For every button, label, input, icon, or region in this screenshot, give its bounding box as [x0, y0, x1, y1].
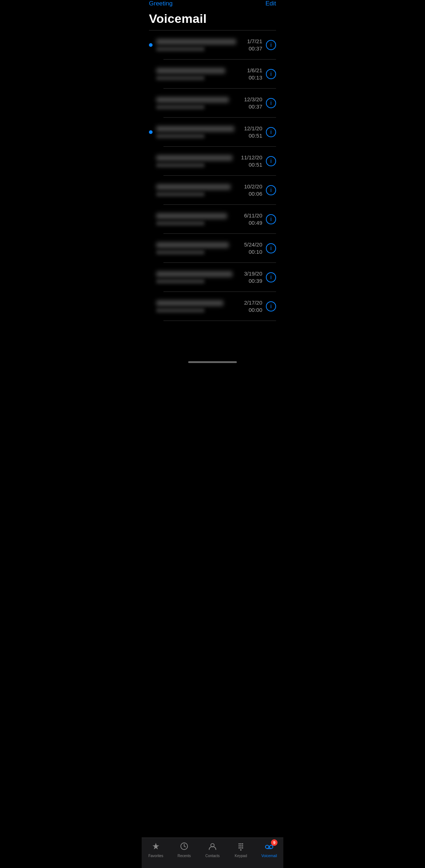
voicemail-item[interactable]: 12/1/2000:51i	[142, 118, 283, 147]
voicemail-date: 1/6/21	[247, 67, 262, 74]
voicemail-duration: 00:37	[248, 103, 262, 110]
contact-name-block	[156, 155, 237, 167]
voicemail-item[interactable]: 5/24/2000:10i	[142, 234, 283, 263]
voicemail-meta: 2/17/2000:00	[237, 299, 262, 313]
contact-name-block	[156, 242, 237, 254]
contact-name	[156, 242, 229, 248]
voicemail-list: 1/7/2100:37i1/6/2100:13i12/3/2000:37i12/…	[142, 30, 283, 321]
voicemail-date: 12/3/20	[244, 96, 262, 103]
contact-name-block	[156, 68, 237, 80]
contact-name-block	[156, 271, 237, 284]
voicemail-item[interactable]: 2/17/2000:00i	[142, 292, 283, 321]
contact-name	[156, 68, 225, 74]
voicemail-duration: 00:37	[248, 45, 262, 52]
info-button[interactable]: i	[266, 127, 276, 137]
voicemail-duration: 00:00	[248, 306, 262, 314]
contact-detail	[156, 221, 205, 225]
contact-detail	[156, 76, 205, 80]
contact-name	[156, 213, 227, 219]
page-title: Voicemail	[142, 9, 283, 30]
voicemail-meta: 1/6/2100:13	[237, 67, 262, 81]
voicemail-date: 11/12/20	[241, 154, 262, 161]
contact-name	[156, 97, 229, 103]
info-button[interactable]: i	[266, 98, 276, 108]
greeting-button[interactable]: Greeting	[149, 0, 173, 7]
voicemail-meta: 3/19/2000:39	[237, 270, 262, 284]
info-button[interactable]: i	[266, 69, 276, 79]
contact-name	[156, 300, 223, 306]
info-button[interactable]: i	[266, 214, 276, 224]
unread-dot	[149, 43, 153, 47]
home-indicator	[142, 354, 283, 366]
voicemail-duration: 00:51	[248, 132, 262, 139]
voicemail-date: 10/2/20	[244, 183, 262, 190]
voicemail-item[interactable]: 1/6/2100:13i	[142, 60, 283, 89]
contact-name-block	[156, 126, 237, 138]
voicemail-meta: 11/12/2000:51	[237, 154, 262, 168]
voicemail-date: 3/19/20	[244, 270, 262, 277]
edit-button[interactable]: Edit	[266, 0, 276, 7]
voicemail-meta: 6/11/2000:49	[237, 212, 262, 226]
voicemail-meta: 5/24/2000:10	[237, 241, 262, 255]
voicemail-duration: 00:39	[248, 277, 262, 285]
home-indicator-bar	[188, 361, 237, 363]
info-button[interactable]: i	[266, 185, 276, 195]
info-button[interactable]: i	[266, 156, 276, 166]
contact-detail	[156, 47, 205, 51]
contact-name	[156, 271, 232, 277]
contact-detail	[156, 308, 205, 313]
voicemail-item[interactable]: 3/19/2000:39i	[142, 263, 283, 292]
voicemail-duration: 00:49	[248, 219, 262, 227]
voicemail-date: 12/1/20	[244, 125, 262, 132]
contact-detail	[156, 163, 205, 167]
info-button[interactable]: i	[266, 40, 276, 50]
voicemail-item[interactable]: 11/12/2000:51i	[142, 147, 283, 176]
info-button[interactable]: i	[266, 243, 276, 253]
contact-name	[156, 155, 232, 161]
contact-name	[156, 39, 236, 45]
contact-detail	[156, 279, 205, 284]
page-header: Greeting Edit	[142, 0, 283, 9]
voicemail-duration: 00:13	[248, 74, 262, 81]
voicemail-meta: 12/3/2000:37	[237, 96, 262, 110]
contact-name	[156, 126, 234, 132]
contact-name-block	[156, 213, 237, 225]
voicemail-meta: 1/7/2100:37	[237, 38, 262, 52]
voicemail-item[interactable]: 10/2/2000:06i	[142, 176, 283, 205]
voicemail-date: 2/17/20	[244, 299, 262, 306]
voicemail-duration: 00:51	[248, 161, 262, 168]
voicemail-duration: 00:06	[248, 190, 262, 197]
unread-dot	[149, 130, 153, 134]
contact-name-block	[156, 300, 237, 313]
voicemail-date: 5/24/20	[244, 241, 262, 248]
voicemail-item[interactable]: 6/11/2000:49i	[142, 205, 283, 234]
contact-name	[156, 184, 231, 190]
voicemail-duration: 00:10	[248, 248, 262, 256]
contact-detail	[156, 250, 205, 254]
voicemail-item[interactable]: 1/7/2100:37i	[142, 30, 283, 60]
voicemail-date: 6/11/20	[244, 212, 262, 219]
contact-name-block	[156, 39, 237, 51]
info-button[interactable]: i	[266, 272, 276, 282]
voicemail-meta: 10/2/2000:06	[237, 183, 262, 197]
voicemail-date: 1/7/21	[247, 38, 262, 45]
contact-name-block	[156, 184, 237, 196]
contact-name-block	[156, 97, 237, 109]
contact-detail	[156, 192, 205, 196]
voicemail-meta: 12/1/2000:51	[237, 125, 262, 139]
contact-detail	[156, 105, 205, 109]
info-button[interactable]: i	[266, 301, 276, 311]
voicemail-item[interactable]: 12/3/2000:37i	[142, 89, 283, 118]
contact-detail	[156, 134, 205, 138]
